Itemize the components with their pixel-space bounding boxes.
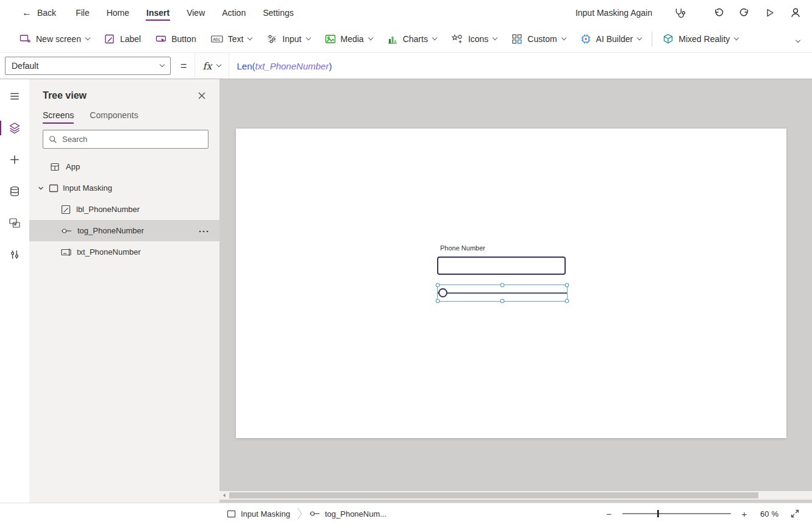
back-label: Back bbox=[37, 8, 56, 18]
hamburger-menu-icon[interactable] bbox=[0, 85, 29, 107]
tree-item-lbl-phonenumber[interactable]: lbl_PhoneNumber bbox=[29, 199, 219, 220]
resize-handle-bottom-left[interactable] bbox=[436, 299, 440, 303]
data-sources-icon[interactable] bbox=[0, 180, 29, 202]
tab-components[interactable]: Components bbox=[90, 110, 138, 124]
resize-handle-bottom-right[interactable] bbox=[565, 299, 569, 303]
zoom-in-icon[interactable]: + bbox=[739, 509, 750, 519]
text-icon: Abc bbox=[211, 34, 223, 44]
ribbon-divider bbox=[652, 32, 652, 46]
ribbon-icons[interactable]: Icons bbox=[444, 25, 504, 52]
ribbon-input[interactable]: Input bbox=[259, 25, 317, 52]
chevron-down-icon bbox=[432, 35, 437, 40]
property-selector[interactable]: Default bbox=[5, 57, 171, 75]
tree-view-title: Tree view bbox=[43, 90, 87, 101]
input-icon bbox=[266, 34, 277, 44]
tree-item-label: App bbox=[66, 162, 80, 171]
charts-icon bbox=[387, 34, 398, 44]
ribbon-mixed-reality[interactable]: Mixed Reality bbox=[655, 25, 746, 52]
label-control-icon bbox=[61, 205, 71, 214]
zoom-slider[interactable] bbox=[622, 509, 731, 519]
chevron-down-icon bbox=[248, 35, 252, 40]
formula-input[interactable]: Len(txt_PhoneNumber) bbox=[237, 61, 812, 71]
tree-item-label: txt_PhoneNumber bbox=[77, 247, 141, 257]
ribbon-button[interactable]: Button bbox=[148, 25, 203, 52]
phone-number-label[interactable]: Phone Number bbox=[440, 244, 485, 252]
equals-sign: = bbox=[180, 60, 187, 73]
ribbon-text[interactable]: Abc Text bbox=[204, 25, 260, 52]
phone-number-toggle-selected[interactable] bbox=[437, 285, 568, 302]
menu-file[interactable]: File bbox=[67, 0, 98, 25]
menu-tabs: File Home Insert View Action Settings bbox=[67, 0, 302, 25]
ribbon-item-label: Input bbox=[282, 34, 301, 44]
toggle-control-icon bbox=[309, 510, 320, 517]
ribbon-ai-builder[interactable]: AI Builder bbox=[573, 25, 649, 52]
scrollbar-thumb[interactable] bbox=[229, 492, 758, 498]
breadcrumb-control[interactable]: tog_PhoneNum... bbox=[309, 509, 386, 519]
tree-item-txt-phonenumber[interactable]: txt_PhoneNumber bbox=[29, 241, 219, 263]
mixed-reality-icon bbox=[663, 34, 674, 44]
horizontal-scrollbar[interactable] bbox=[219, 491, 812, 500]
menu-action[interactable]: Action bbox=[213, 0, 254, 25]
redo-icon[interactable] bbox=[735, 4, 753, 22]
back-button[interactable]: ← Back bbox=[22, 8, 56, 18]
close-icon[interactable] bbox=[196, 90, 207, 101]
menu-insert[interactable]: Insert bbox=[138, 0, 178, 25]
tree-item-label: tog_PhoneNumber bbox=[77, 226, 144, 235]
ribbon-charts[interactable]: Charts bbox=[380, 25, 444, 52]
play-preview-icon[interactable] bbox=[761, 4, 779, 22]
tab-screens[interactable]: Screens bbox=[43, 110, 74, 124]
resize-handle-top-middle[interactable] bbox=[500, 283, 505, 288]
ribbon-item-label: New screen bbox=[36, 34, 81, 44]
advanced-tools-icon[interactable] bbox=[0, 244, 29, 266]
ribbon-custom[interactable]: Custom bbox=[504, 25, 572, 52]
screen-icon bbox=[227, 510, 236, 518]
search-input[interactable] bbox=[62, 135, 202, 144]
app-screen-canvas[interactable]: Phone Number bbox=[236, 129, 786, 438]
more-options-icon[interactable]: ··· bbox=[199, 225, 210, 236]
undo-icon[interactable] bbox=[710, 4, 728, 22]
app-checker-icon[interactable] bbox=[671, 4, 689, 22]
fit-to-window-icon[interactable] bbox=[790, 509, 800, 519]
zoom-slider-track bbox=[622, 513, 731, 514]
insert-plus-icon[interactable] bbox=[0, 149, 29, 171]
canvas-area[interactable]: Phone Number bbox=[219, 79, 812, 503]
tree-view-tabs: Screens Components bbox=[29, 101, 219, 124]
tree-item-tog-phonenumber[interactable]: tog_PhoneNumber ··· bbox=[29, 220, 219, 241]
ribbon-media[interactable]: Media bbox=[318, 25, 380, 52]
toggle-knob[interactable] bbox=[438, 288, 447, 297]
ribbon-item-label: Button bbox=[171, 34, 196, 44]
tree-item-app[interactable]: App bbox=[29, 156, 219, 177]
toggle-rail bbox=[438, 292, 567, 294]
breadcrumb-separator-icon bbox=[297, 507, 302, 520]
breadcrumb-screen[interactable]: Input Masking bbox=[227, 509, 290, 519]
zoom-value: 60 bbox=[760, 509, 769, 519]
menu-home[interactable]: Home bbox=[98, 0, 138, 25]
menu-view[interactable]: View bbox=[178, 0, 213, 25]
resize-handle-top-left[interactable] bbox=[436, 283, 440, 288]
account-icon[interactable] bbox=[786, 4, 805, 22]
formula-identifier-text: txt_PhoneNumber bbox=[255, 61, 329, 71]
tree-view-panel: Tree view Screens Components App Input bbox=[29, 79, 219, 503]
resize-handle-bottom-middle[interactable] bbox=[500, 299, 505, 303]
ribbon-collapse-chevron-icon[interactable] bbox=[792, 30, 803, 48]
chevron-down-icon[interactable] bbox=[37, 185, 45, 192]
zoom-level: 60% bbox=[760, 509, 778, 519]
media-panel-icon[interactable] bbox=[0, 212, 29, 234]
ribbon-item-label: Media bbox=[341, 34, 364, 44]
back-arrow-icon: ← bbox=[22, 8, 32, 18]
new-screen-icon bbox=[20, 34, 31, 44]
label-icon bbox=[104, 34, 115, 44]
search-box[interactable] bbox=[43, 130, 208, 149]
scroll-left-arrow-icon[interactable] bbox=[219, 493, 229, 498]
zoom-out-icon[interactable]: − bbox=[604, 509, 614, 519]
tree-item-screen-input-masking[interactable]: Input Masking bbox=[29, 177, 219, 199]
phone-number-text-input[interactable] bbox=[437, 257, 566, 275]
menu-settings[interactable]: Settings bbox=[254, 0, 302, 25]
ribbon-label[interactable]: Label bbox=[97, 25, 148, 52]
zoom-slider-knob[interactable] bbox=[657, 510, 659, 517]
tree-view-icon[interactable] bbox=[0, 117, 29, 139]
ribbon-new-screen[interactable]: New screen bbox=[12, 25, 97, 52]
fx-dropdown[interactable]: fx bbox=[194, 53, 230, 79]
textinput-control-icon bbox=[61, 248, 71, 257]
resize-handle-top-right[interactable] bbox=[565, 283, 569, 288]
